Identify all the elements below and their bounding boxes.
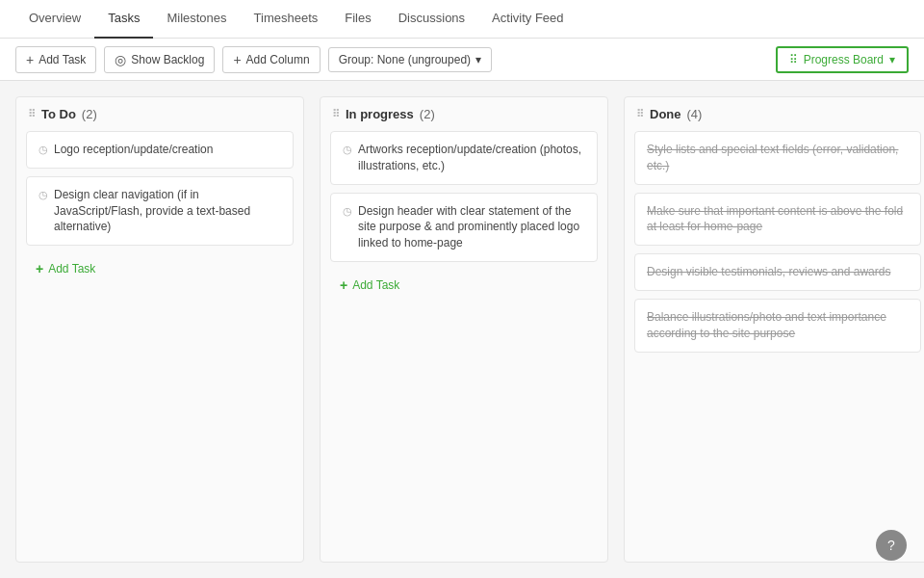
task-card-done[interactable]: Make sure that important content is abov… [634, 193, 921, 247]
column-done-count: (4) [687, 107, 703, 121]
plus-icon: + [340, 277, 347, 293]
task-text: Style lists and special text fields (err… [647, 142, 909, 174]
column-inprogress: ⠿ In progress (2) ◷ Artworks reception/u… [320, 96, 608, 563]
plus-icon: + [26, 52, 34, 67]
clock-icon: ◷ [38, 143, 48, 157]
clock-icon: ◷ [38, 188, 48, 202]
drag-handle-icon: ⠿ [636, 108, 644, 120]
drag-handle-icon: ⠿ [28, 108, 36, 120]
task-text: Artworks reception/update/creation (phot… [358, 142, 585, 174]
column-inprogress-count: (2) [420, 107, 435, 121]
tab-overview[interactable]: Overview [15, 0, 94, 39]
tab-files[interactable]: Files [331, 0, 384, 39]
tab-timesheets[interactable]: Timesheets [241, 0, 332, 39]
grid-icon [789, 53, 798, 66]
column-inprogress-header: ⠿ In progress (2) [321, 97, 607, 131]
drag-handle-icon: ⠿ [332, 108, 340, 120]
column-todo-count: (2) [82, 107, 97, 121]
tab-tasks[interactable]: Tasks [94, 0, 153, 39]
task-text: Balance illustrations/photo and text imp… [647, 309, 909, 342]
help-button[interactable]: ? [876, 530, 907, 561]
task-text: Design clear navigation (if in JavaScrip… [54, 187, 281, 235]
clock-icon: ◷ [343, 143, 352, 157]
column-inprogress-title: In progress [346, 107, 414, 121]
column-inprogress-body: ◷ Artworks reception/update/creation (ph… [321, 131, 607, 562]
chevron-down-icon-2: ▾ [889, 53, 895, 66]
column-todo-title: To Do [41, 107, 76, 121]
column-done-header: ⠿ Done (4) [625, 97, 924, 131]
add-column-button[interactable]: + Add Column [222, 46, 320, 73]
column-done-body: Style lists and special text fields (err… [625, 131, 924, 562]
clock-icon: ◷ [343, 204, 352, 219]
task-card[interactable]: ◷ Design clear navigation (if in JavaScr… [26, 176, 294, 246]
toolbar: + Add Task ◎ Show Backlog + Add Column G… [0, 39, 924, 81]
task-text: Design header with clear statement of th… [358, 203, 585, 251]
add-task-button[interactable]: + Add Task [15, 46, 96, 73]
question-icon: ? [887, 538, 895, 553]
progress-board-button[interactable]: Progress Board ▾ [776, 46, 909, 73]
column-done: ⠿ Done (4) Style lists and special text … [624, 96, 924, 563]
task-card[interactable]: ◷ Logo reception/update/creation [26, 131, 294, 169]
tab-activity-feed[interactable]: Activity Feed [478, 0, 577, 39]
eye-icon: ◎ [115, 52, 126, 67]
task-card-done[interactable]: Balance illustrations/photo and text imp… [634, 299, 921, 353]
task-text: Logo reception/update/creation [54, 142, 213, 158]
plus-icon-2: + [233, 52, 241, 67]
tab-discussions[interactable]: Discussions [385, 0, 478, 39]
column-todo-header: ⠿ To Do (2) [16, 97, 303, 131]
kanban-board: ⠿ To Do (2) ◷ Logo reception/update/crea… [0, 81, 924, 578]
group-dropdown[interactable]: Group: None (ungrouped) ▾ [328, 47, 492, 72]
task-card-done[interactable]: Design visible testimonials, reviews and… [634, 253, 921, 291]
task-text: Make sure that important content is abov… [647, 203, 909, 236]
chevron-down-icon: ▾ [475, 53, 481, 66]
task-card[interactable]: ◷ Artworks reception/update/creation (ph… [330, 131, 598, 185]
column-done-title: Done [650, 107, 681, 121]
add-task-button-todo[interactable]: + Add Task [26, 255, 294, 282]
task-text: Design visible testimonials, reviews and… [647, 264, 890, 280]
task-card[interactable]: ◷ Design header with clear statement of … [330, 193, 598, 262]
task-card-done[interactable]: Style lists and special text fields (err… [634, 131, 921, 185]
add-task-button-inprogress[interactable]: + Add Task [330, 272, 598, 299]
plus-icon: + [36, 261, 43, 276]
column-todo: ⠿ To Do (2) ◷ Logo reception/update/crea… [15, 96, 304, 563]
tab-milestones[interactable]: Milestones [153, 0, 240, 39]
column-todo-body: ◷ Logo reception/update/creation ◷ Desig… [16, 131, 303, 562]
show-backlog-button[interactable]: ◎ Show Backlog [104, 46, 215, 73]
top-navigation: Overview Tasks Milestones Timesheets Fil… [0, 0, 924, 39]
